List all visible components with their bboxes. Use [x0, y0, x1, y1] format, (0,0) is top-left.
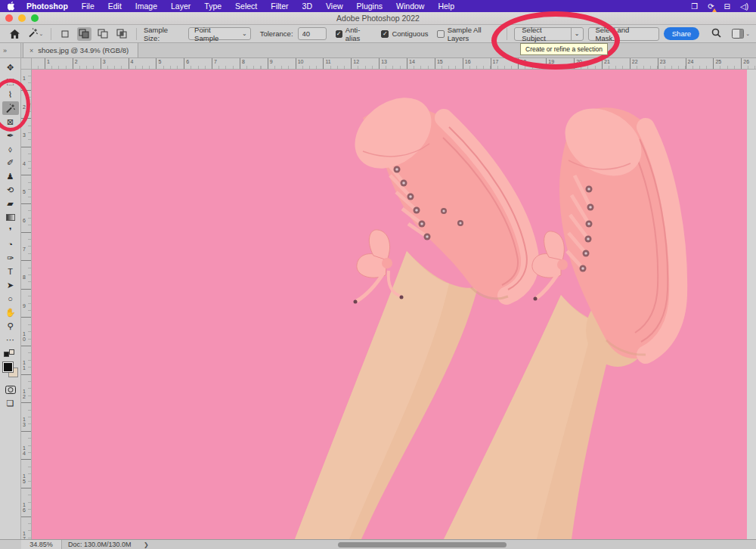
swap-colors-icon[interactable]: [3, 349, 18, 358]
ruler-tick-label: 6: [186, 59, 189, 64]
checkbox-label: Anti-alias: [345, 26, 373, 42]
close-tab-icon[interactable]: ×: [29, 47, 33, 54]
toolbar-expand-header[interactable]: »: [0, 43, 21, 58]
zoom-tool[interactable]: ⚲: [2, 319, 19, 333]
foreground-background-swatches[interactable]: [2, 361, 19, 378]
eraser-tool[interactable]: ▰: [2, 197, 19, 210]
status-options-chevron[interactable]: ❯: [144, 540, 149, 549]
vertical-ruler[interactable]: 1234567891011121314151617: [21, 70, 32, 539]
ruler-tick-label: 4: [131, 59, 134, 64]
menu-filter[interactable]: Filter: [264, 2, 295, 11]
zoom-level-value: 34.85%: [29, 541, 53, 548]
path-selection-tool[interactable]: ➤: [2, 278, 19, 292]
blur-tool[interactable]: ❜: [2, 224, 19, 237]
menu-3d[interactable]: 3D: [296, 2, 319, 11]
new-selection-button[interactable]: [58, 27, 73, 41]
double-chevron-icon: »: [3, 47, 7, 54]
menu-help[interactable]: Help: [431, 2, 461, 11]
share-button[interactable]: Share: [664, 27, 699, 40]
sample-all-layers-checkbox[interactable]: Sample All Layers: [437, 26, 500, 42]
tolerance-input[interactable]: [298, 27, 327, 40]
document-size-info[interactable]: Doc: 130.0M/130.0M: [68, 540, 132, 549]
menu-image[interactable]: Image: [129, 2, 164, 11]
menu-view[interactable]: View: [319, 2, 350, 11]
ruler-tick-label: 23: [660, 59, 666, 64]
ruler-tick-label: 8: [23, 274, 26, 280]
window-title: Adobe Photoshop 2022: [0, 14, 756, 23]
ruler-tick-label: 21: [604, 59, 610, 64]
quick-mask-button[interactable]: [2, 383, 19, 396]
horizontal-scrollbar[interactable]: [338, 542, 507, 547]
display-icon[interactable]: ❒: [691, 2, 698, 11]
apple-logo-icon[interactable]: [8, 2, 15, 11]
ruler-tick-label: 1: [23, 76, 26, 81]
pen-tool[interactable]: ✑: [2, 251, 19, 265]
sync-alert-icon[interactable]: ⟳: [708, 2, 714, 11]
ruler-tick-label: 24: [688, 59, 694, 64]
move-tool[interactable]: ✥: [2, 60, 19, 74]
menu-status-icons: ❒⟳⊟◁): [691, 2, 748, 11]
tooltip: Create or refine a selection: [520, 43, 608, 55]
vertical-scrollbar-track[interactable]: [747, 70, 756, 539]
zoom-level-field[interactable]: 34.85%: [21, 540, 62, 549]
brush-tool[interactable]: ✐: [2, 156, 19, 169]
foreground-color-swatch[interactable]: [3, 362, 13, 372]
search-icon[interactable]: [711, 28, 721, 39]
ruler-tick-label: 15: [437, 59, 443, 64]
subtract-from-selection-button[interactable]: [96, 27, 110, 41]
menu-window[interactable]: Window: [389, 2, 431, 11]
document-size-value: Doc: 130.0M/130.0M: [68, 541, 132, 548]
workspace-switcher-button[interactable]: ⌄: [732, 29, 750, 39]
gradient-tool[interactable]: [2, 210, 19, 224]
status-bar: 34.85% Doc: 130.0M/130.0M ❯: [0, 539, 756, 549]
menu-plugins[interactable]: Plugins: [350, 2, 389, 11]
sample-size-dropdown[interactable]: Point Sample ⌄: [188, 27, 251, 40]
macos-menu-bar: PhotoshopFileEditImageLayerTypeSelectFil…: [0, 0, 756, 12]
ruler-tick-label: 17: [23, 531, 26, 539]
spot-healing-brush-tool[interactable]: ⬨: [2, 142, 19, 156]
edit-toolbar-button[interactable]: ⋯: [2, 333, 19, 346]
contiguous-checkbox[interactable]: ✓Contiguous: [381, 26, 428, 42]
canvas-image[interactable]: [32, 70, 747, 539]
menu-layer[interactable]: Layer: [164, 2, 197, 11]
document-tab[interactable]: × shoes.jpg @ 34.9% (RGB/8): [23, 42, 138, 57]
ruler-tick-label: 25: [715, 59, 721, 64]
clone-stamp-tool[interactable]: ♟: [2, 169, 19, 183]
menu-edit[interactable]: Edit: [101, 2, 129, 11]
ruler-origin-corner[interactable]: [21, 58, 32, 70]
intersect-selection-button[interactable]: [115, 27, 129, 41]
ruler-tick-label: 8: [242, 59, 245, 64]
ruler-tick-label: 11: [326, 59, 331, 64]
ruler-tick-label: 14: [23, 445, 26, 456]
hand-tool[interactable]: ✋: [2, 306, 19, 319]
control-center-icon[interactable]: ⊟: [724, 2, 730, 11]
ruler-tick-label: 2: [75, 59, 78, 64]
document-tab-bar: × shoes.jpg @ 34.9% (RGB/8): [21, 43, 756, 58]
magic-wand-options-icon[interactable]: ⌄: [27, 27, 44, 41]
history-brush-tool[interactable]: ⟲: [2, 183, 19, 197]
horizontal-ruler[interactable]: 1234567891011121314151617181920212223242…: [32, 58, 756, 70]
volume-icon[interactable]: ◁): [740, 2, 748, 11]
menu-type[interactable]: Type: [197, 2, 228, 11]
screen-mode-button[interactable]: ❏: [2, 396, 19, 410]
home-button[interactable]: [6, 27, 23, 41]
sample-size-value: Point Sample: [194, 26, 234, 42]
type-tool[interactable]: T: [2, 265, 19, 278]
ellipse-tool[interactable]: ○: [2, 292, 19, 306]
dodge-tool[interactable]: ◔: [2, 237, 19, 251]
checkbox-icon: ✓: [336, 30, 342, 38]
checkbox-icon: ✓: [381, 30, 389, 38]
menu-select[interactable]: Select: [228, 2, 264, 11]
ruler-tick-label: 16: [23, 502, 26, 513]
ruler-tick-label: 1: [47, 59, 50, 64]
menu-photoshop[interactable]: Photoshop: [20, 2, 75, 11]
checkbox-group: ✓Anti-alias✓ContiguousSample All Layers: [336, 26, 500, 42]
add-to-selection-button[interactable]: [77, 27, 91, 41]
ruler-tick-label: 7: [23, 247, 26, 252]
menu-file[interactable]: File: [75, 2, 101, 11]
share-label: Share: [672, 29, 691, 38]
ruler-tick-label: 13: [23, 417, 26, 427]
ruler-tick-label: 12: [23, 389, 26, 399]
anti-alias-checkbox[interactable]: ✓Anti-alias: [336, 26, 373, 42]
ruler-tick-label: 22: [632, 59, 638, 64]
